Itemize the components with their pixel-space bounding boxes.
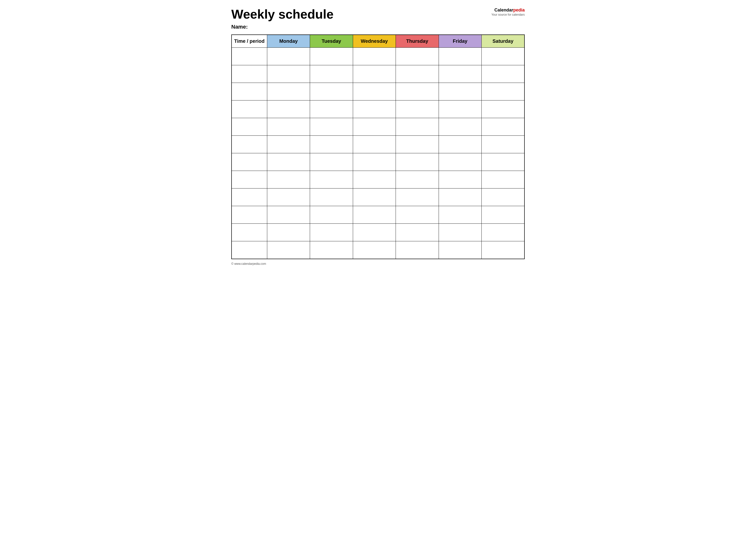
day-cell[interactable] <box>481 206 525 224</box>
day-cell[interactable] <box>353 153 395 171</box>
time-cell[interactable] <box>231 65 267 83</box>
time-cell[interactable] <box>231 83 267 101</box>
day-cell[interactable] <box>353 101 395 118</box>
day-cell[interactable] <box>396 101 439 118</box>
time-cell[interactable] <box>231 48 267 65</box>
table-row <box>231 206 525 224</box>
day-cell[interactable] <box>310 136 353 153</box>
day-cell[interactable] <box>439 101 481 118</box>
day-cell[interactable] <box>267 136 310 153</box>
day-cell[interactable] <box>310 101 353 118</box>
header-row: Weekly schedule Calendarpedia Your sourc… <box>231 7 525 21</box>
day-cell[interactable] <box>481 136 525 153</box>
day-cell[interactable] <box>481 153 525 171</box>
table-row <box>231 224 525 241</box>
day-cell[interactable] <box>353 241 395 259</box>
day-cell[interactable] <box>396 48 439 65</box>
day-cell[interactable] <box>396 206 439 224</box>
col-header-monday: Monday <box>267 35 310 48</box>
day-cell[interactable] <box>267 206 310 224</box>
day-cell[interactable] <box>267 153 310 171</box>
day-cell[interactable] <box>439 241 481 259</box>
day-cell[interactable] <box>439 136 481 153</box>
day-cell[interactable] <box>310 188 353 206</box>
day-cell[interactable] <box>267 241 310 259</box>
brand-name: Calendarpedia <box>491 7 525 13</box>
day-cell[interactable] <box>439 206 481 224</box>
day-cell[interactable] <box>396 136 439 153</box>
time-cell[interactable] <box>231 101 267 118</box>
day-cell[interactable] <box>353 118 395 136</box>
table-row <box>231 118 525 136</box>
day-cell[interactable] <box>353 48 395 65</box>
day-cell[interactable] <box>396 83 439 101</box>
day-cell[interactable] <box>481 101 525 118</box>
day-cell[interactable] <box>353 136 395 153</box>
day-cell[interactable] <box>396 153 439 171</box>
day-cell[interactable] <box>439 118 481 136</box>
table-row <box>231 171 525 188</box>
day-cell[interactable] <box>481 171 525 188</box>
day-cell[interactable] <box>439 188 481 206</box>
time-cell[interactable] <box>231 153 267 171</box>
day-cell[interactable] <box>353 206 395 224</box>
day-cell[interactable] <box>267 101 310 118</box>
day-cell[interactable] <box>396 171 439 188</box>
day-cell[interactable] <box>439 65 481 83</box>
time-cell[interactable] <box>231 241 267 259</box>
day-cell[interactable] <box>310 65 353 83</box>
day-cell[interactable] <box>353 83 395 101</box>
time-cell[interactable] <box>231 206 267 224</box>
day-cell[interactable] <box>267 65 310 83</box>
day-cell[interactable] <box>310 48 353 65</box>
day-cell[interactable] <box>396 224 439 241</box>
day-cell[interactable] <box>481 241 525 259</box>
day-cell[interactable] <box>353 171 395 188</box>
schedule-table: Time / period Monday Tuesday Wednesday T… <box>231 35 525 259</box>
day-cell[interactable] <box>396 241 439 259</box>
day-cell[interactable] <box>481 48 525 65</box>
day-cell[interactable] <box>439 48 481 65</box>
day-cell[interactable] <box>353 188 395 206</box>
day-cell[interactable] <box>310 241 353 259</box>
day-cell[interactable] <box>439 224 481 241</box>
day-cell[interactable] <box>267 118 310 136</box>
day-cell[interactable] <box>353 65 395 83</box>
day-cell[interactable] <box>481 118 525 136</box>
day-cell[interactable] <box>310 118 353 136</box>
col-header-tuesday: Tuesday <box>310 35 353 48</box>
brand-logo: Calendarpedia Your source for calendars <box>491 7 525 17</box>
day-cell[interactable] <box>310 206 353 224</box>
day-cell[interactable] <box>481 65 525 83</box>
table-row <box>231 65 525 83</box>
day-cell[interactable] <box>396 118 439 136</box>
table-row <box>231 188 525 206</box>
day-cell[interactable] <box>481 83 525 101</box>
day-cell[interactable] <box>267 188 310 206</box>
brand-name-part1: Calendar <box>494 8 513 12</box>
day-cell[interactable] <box>267 224 310 241</box>
day-cell[interactable] <box>353 224 395 241</box>
day-cell[interactable] <box>396 65 439 83</box>
footer-url: © www.calendarpedia.com <box>231 262 266 266</box>
day-cell[interactable] <box>439 171 481 188</box>
day-cell[interactable] <box>439 83 481 101</box>
day-cell[interactable] <box>439 153 481 171</box>
day-cell[interactable] <box>310 153 353 171</box>
day-cell[interactable] <box>267 171 310 188</box>
day-cell[interactable] <box>481 224 525 241</box>
time-cell[interactable] <box>231 136 267 153</box>
day-cell[interactable] <box>310 83 353 101</box>
day-cell[interactable] <box>396 188 439 206</box>
page-wrapper: Weekly schedule Calendarpedia Your sourc… <box>231 7 525 266</box>
time-cell[interactable] <box>231 224 267 241</box>
time-cell[interactable] <box>231 171 267 188</box>
time-cell[interactable] <box>231 188 267 206</box>
day-cell[interactable] <box>481 188 525 206</box>
day-cell[interactable] <box>267 83 310 101</box>
day-cell[interactable] <box>310 224 353 241</box>
table-row <box>231 153 525 171</box>
time-cell[interactable] <box>231 118 267 136</box>
day-cell[interactable] <box>310 171 353 188</box>
day-cell[interactable] <box>267 48 310 65</box>
